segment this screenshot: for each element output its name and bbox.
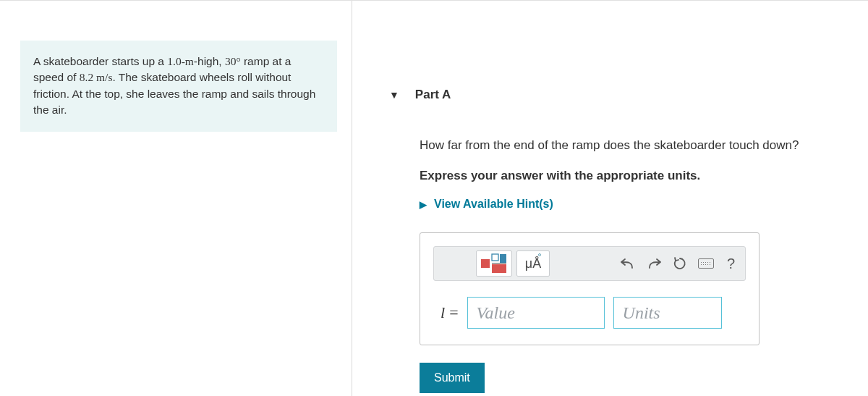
caret-down-icon: ▼: [389, 89, 399, 101]
problem-text-2: -high,: [194, 55, 225, 67]
answer-input-box: μÅ: [420, 232, 760, 345]
answer-panel: ▼ Part A How far from the end of the ram…: [352, 1, 868, 396]
special-chars-button[interactable]: μÅ: [516, 250, 550, 277]
part-a-header[interactable]: ▼ Part A: [389, 88, 868, 102]
problem-panel: A skateboarder starts up a 1.0-m-high, 3…: [0, 1, 352, 396]
problem-statement: A skateboarder starts up a 1.0-m-high, 3…: [20, 41, 337, 132]
units-input[interactable]: Units: [613, 297, 722, 329]
undo-button[interactable]: [620, 256, 636, 271]
equation-toolbar: μÅ: [433, 246, 746, 281]
part-label: Part A: [415, 88, 451, 102]
problem-angle: 30°: [225, 55, 241, 67]
hints-label: View Available Hint(s): [434, 198, 553, 211]
answer-instruction: Express your answer with the appropriate…: [420, 169, 838, 183]
reset-icon: [673, 256, 687, 271]
variable-label: l =: [441, 303, 459, 322]
view-hints-toggle[interactable]: ▶ View Available Hint(s): [420, 198, 838, 211]
problem-speed: 8.2 m/s: [80, 71, 113, 83]
svg-rect-2: [500, 254, 506, 263]
template-picker-button[interactable]: [476, 250, 512, 277]
special-chars-label: μÅ: [525, 256, 541, 271]
variable-symbol: l: [441, 303, 445, 322]
svg-rect-3: [492, 264, 506, 273]
undo-icon: [621, 257, 635, 270]
redo-icon: [647, 257, 661, 270]
caret-right-icon: ▶: [420, 199, 427, 210]
value-input[interactable]: Value: [467, 297, 605, 329]
part-a-body: How far from the end of the ramp does th…: [389, 102, 838, 345]
svg-rect-0: [481, 259, 490, 268]
submit-button[interactable]: Submit: [420, 363, 485, 393]
question-text: How far from the end of the ramp does th…: [420, 138, 838, 153]
help-button[interactable]: ?: [724, 256, 738, 272]
problem-height: 1.0-m: [167, 55, 194, 67]
answer-input-row: l = Value Units: [433, 297, 746, 329]
equals-sign: =: [449, 303, 458, 322]
problem-text-1: A skateboarder starts up a: [33, 55, 167, 67]
template-icon: [480, 253, 508, 274]
reset-button[interactable]: [672, 256, 688, 271]
keyboard-button[interactable]: [698, 256, 714, 271]
keyboard-icon: [698, 258, 714, 269]
svg-rect-1: [492, 254, 498, 261]
redo-button[interactable]: [646, 256, 662, 271]
